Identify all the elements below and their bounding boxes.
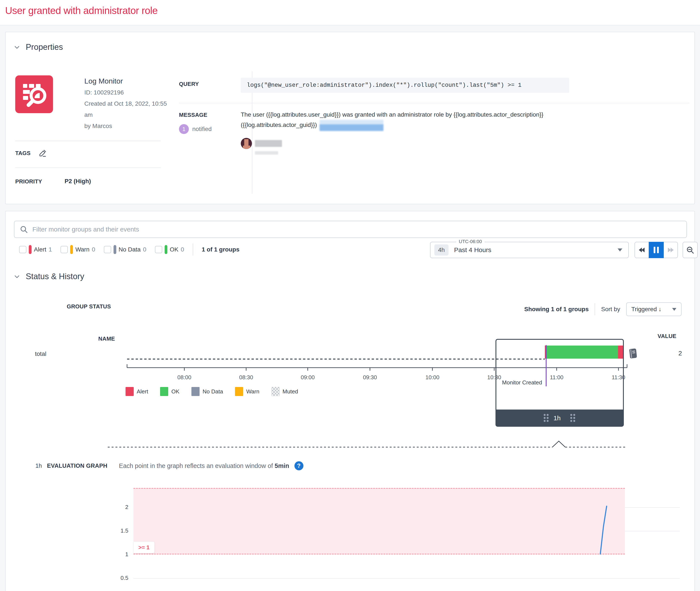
- group-status-timeline[interactable]: 08:00 08:30 09:00 09:30 10:00 10:30 11:0…: [6, 211, 695, 452]
- message-text: The user ({{log.attributes.user_guid}}) …: [241, 110, 627, 131]
- monitor-id: ID: 100292196: [84, 87, 167, 98]
- priority-value: P2 (High): [65, 178, 91, 185]
- ok-swatch-icon: [160, 387, 168, 396]
- monitor-created-annotation: Monitor Created: [502, 379, 542, 386]
- avatar: [241, 138, 252, 149]
- evaluation-graph-header: 1h EVALUATION GRAPH Each point in the gr…: [35, 461, 303, 470]
- y-axis-tick: 0.5: [96, 575, 128, 581]
- svg-text:08:00: 08:00: [177, 374, 191, 381]
- page-title: User granted with administrator role: [5, 5, 158, 16]
- gridline: [134, 578, 680, 579]
- help-icon[interactable]: ?: [294, 461, 303, 470]
- notified-label: notified: [192, 126, 212, 132]
- divider: [179, 103, 689, 103]
- timeline-tick-labels: 08:00 08:30 09:00 09:30 10:00 10:30 11:0…: [177, 374, 625, 381]
- evaluation-window-label: 1h: [35, 463, 42, 469]
- pause-icon: [654, 247, 659, 253]
- status-bars[interactable]: [545, 345, 623, 358]
- muted-swatch-icon: [271, 387, 280, 396]
- status-legend: Alert OK No Data Warn Muted: [126, 387, 298, 396]
- selection-window-label: 1h: [553, 414, 560, 421]
- status-card: Alert 1 Warn 0 No Data 0 OK 0 1 of 1 gro…: [5, 211, 695, 591]
- warn-swatch-icon: [235, 387, 243, 396]
- message-line1: The user ({{log.attributes.user_guid}}) …: [241, 110, 627, 120]
- y-axis-tick: 2: [96, 504, 128, 511]
- alert-swatch-icon: [126, 387, 134, 396]
- zoom-connector: [108, 441, 627, 447]
- message-label: MESSAGE: [179, 112, 207, 118]
- metric-line: [600, 506, 607, 554]
- log-monitor-glyph: [15, 75, 53, 113]
- monitor-info: Log Monitor ID: 100292196 Created at Oct…: [84, 77, 167, 132]
- redacted-mention: [319, 120, 383, 131]
- legend-ok: OK: [160, 387, 179, 396]
- monitor-type: Log Monitor: [84, 77, 167, 85]
- notified-count-badge: 1: [179, 124, 189, 134]
- legend-warn: Warn: [235, 387, 259, 396]
- time-pause-button[interactable]: [649, 242, 664, 258]
- svg-text:09:00: 09:00: [301, 374, 315, 381]
- legend-muted: Muted: [271, 387, 298, 396]
- legend-alert: Alert: [126, 387, 148, 396]
- divider: [15, 141, 161, 141]
- query-label: QUERY: [179, 81, 199, 87]
- query-value[interactable]: logs("@new_user_role:administrator").ind…: [241, 78, 569, 93]
- svg-text:10:30: 10:30: [487, 374, 501, 381]
- event-log-book-icon[interactable]: [629, 348, 637, 358]
- evaluation-line-chart[interactable]: [134, 488, 625, 554]
- page-header: User granted with administrator role: [0, 0, 700, 25]
- chevron-down-icon[interactable]: [14, 44, 20, 51]
- monitor-created-by: by Marcos: [84, 121, 167, 132]
- monitor-created-line2: am: [84, 109, 167, 121]
- priority-label: PRIORITY: [15, 178, 42, 185]
- properties-section-title: Properties: [26, 43, 63, 52]
- evaluation-graph-description: Each point in the graph reflects an eval…: [119, 462, 289, 469]
- svg-text:10:00: 10:00: [425, 374, 439, 381]
- properties-section-header[interactable]: Properties: [14, 43, 63, 52]
- notified-user-row: [241, 138, 282, 149]
- edit-pencil-icon[interactable]: [38, 149, 47, 157]
- message-line2: ({{log.attributes.actor_guid}}): [241, 120, 627, 131]
- log-monitor-icon: [15, 75, 53, 113]
- redacted-username: [255, 140, 282, 147]
- legend-nodata: No Data: [191, 387, 223, 396]
- notified-row: 1 notified: [179, 124, 212, 134]
- svg-text:09:30: 09:30: [363, 374, 377, 381]
- svg-text:08:30: 08:30: [239, 374, 253, 381]
- y-axis-tick: 1.5: [96, 527, 128, 534]
- redacted-username-shadow: [255, 151, 278, 155]
- nodata-swatch-icon: [191, 387, 200, 396]
- tags-label: TAGS: [15, 150, 31, 156]
- properties-card: Properties Log Monitor ID: 100292196 Cre…: [5, 32, 695, 204]
- evaluation-graph-title: EVALUATION GRAPH: [47, 463, 107, 469]
- y-axis-tick: 1: [96, 551, 128, 558]
- svg-text:11:00: 11:00: [550, 374, 563, 381]
- monitor-created-line1: Created at Oct 18, 2022, 10:55: [84, 98, 167, 109]
- divider: [15, 168, 161, 168]
